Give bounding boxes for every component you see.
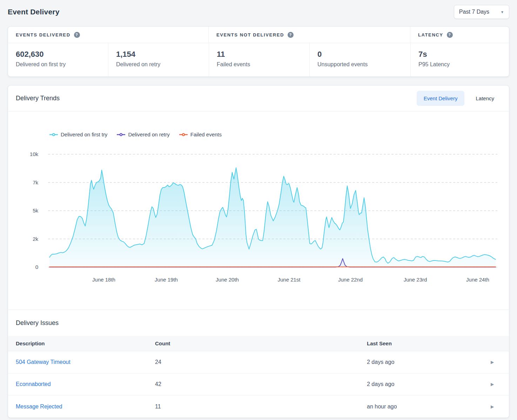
stat-caption: Unsupported events — [317, 61, 410, 68]
stat-failed-events: 11 Failed events — [209, 43, 310, 76]
legend-label: Failed events — [190, 131, 222, 137]
issues-title: Delivery Issues — [8, 310, 509, 336]
stat-value: 602,630 — [16, 50, 108, 59]
line-dot-marker-icon — [117, 133, 125, 137]
x-axis-label: June 23rd — [392, 277, 438, 283]
event-delivery-page: Event Delivery Past 7 Days ▼ EVENTS DELI… — [0, 0, 517, 418]
table-row[interactable]: Message Rejected 11 an hour ago ▶ — [8, 395, 509, 418]
stats-values-row: 602,630 Delivered on first try 1,154 Del… — [8, 43, 509, 76]
stat-value: 1,154 — [116, 50, 209, 59]
issue-count: 42 — [155, 381, 367, 387]
stat-delivered-first-try: 602,630 Delivered on first try — [8, 43, 108, 76]
stat-caption: Delivered on retry — [116, 61, 209, 68]
legend-item-first-try[interactable]: Delivered on first try — [49, 131, 107, 137]
stat-value: 7s — [418, 50, 509, 59]
issue-link[interactable]: 504 Gateway Timeout — [16, 359, 70, 365]
y-axis-tick: 7k — [8, 179, 38, 186]
trends-chart-svg — [8, 146, 510, 272]
help-icon[interactable]: ? — [447, 32, 453, 38]
chevron-right-icon[interactable]: ▶ — [491, 404, 509, 409]
chevron-right-icon[interactable]: ▶ — [491, 360, 509, 365]
issue-last-seen: 2 days ago — [367, 359, 491, 365]
stats-group-label: LATENCY — [418, 32, 443, 38]
trends-title: Delivery Trends — [16, 95, 60, 102]
stats-group-latency: LATENCY ? — [410, 27, 509, 43]
stats-header-row: EVENTS DELIVERED ? EVENTS NOT DELIVERED … — [8, 27, 509, 43]
line-dot-marker-icon — [49, 133, 58, 137]
tab-event-delivery[interactable]: Event Delivery — [417, 91, 465, 106]
column-count: Count — [155, 340, 367, 346]
issue-link[interactable]: Econnaborted — [16, 381, 51, 387]
column-last-seen: Last Seen — [367, 340, 491, 346]
legend-label: Delivered on retry — [128, 131, 169, 137]
x-axis-label: June 18th — [81, 277, 127, 283]
stat-value: 11 — [217, 50, 309, 59]
stats-group-label: EVENTS DELIVERED — [16, 32, 70, 38]
stat-value: 0 — [317, 50, 410, 59]
chart-legend: Delivered on first try Delivered on retr… — [49, 131, 222, 137]
stats-group-label: EVENTS NOT DELIVERED — [216, 32, 284, 38]
legend-item-failed[interactable]: Failed events — [179, 131, 222, 137]
issue-count: 11 — [155, 404, 367, 410]
x-axis-label: June 21st — [266, 277, 312, 283]
time-range-dropdown[interactable]: Past 7 Days ▼ — [454, 5, 509, 19]
issue-count: 24 — [155, 359, 367, 365]
delivery-trends-chart: Delivered on first try Delivered on retr… — [8, 111, 509, 310]
y-axis-tick: 5k — [8, 207, 38, 214]
stats-group-events-delivered: EVENTS DELIVERED ? — [8, 27, 209, 43]
stats-group-events-not-delivered: EVENTS NOT DELIVERED ? — [209, 27, 410, 43]
help-icon[interactable]: ? — [288, 32, 294, 38]
trends-tabs: Event Delivery Latency — [417, 91, 501, 106]
y-axis-tick: 0 — [8, 264, 38, 271]
legend-label: Delivered on first try — [61, 131, 107, 137]
issues-table-header: Description Count Last Seen — [8, 336, 509, 351]
help-icon[interactable]: ? — [74, 32, 80, 38]
trends-card: Delivery Trends Event Delivery Latency D… — [8, 85, 509, 418]
trends-header: Delivery Trends Event Delivery Latency — [8, 86, 509, 111]
table-row[interactable]: Econnaborted 42 2 days ago ▶ — [8, 373, 509, 395]
chevron-down-icon: ▼ — [501, 10, 504, 14]
delivery-issues-section: Delivery Issues Description Count Last S… — [8, 310, 509, 418]
x-axis-label: June 22nd — [328, 277, 373, 283]
y-axis-tick: 10k — [8, 151, 38, 158]
x-axis-label: June 19th — [143, 277, 189, 283]
stat-delivered-retry: 1,154 Delivered on retry — [108, 43, 209, 76]
issue-link[interactable]: Message Rejected — [16, 404, 62, 409]
stat-unsupported-events: 0 Unsupported events — [310, 43, 411, 76]
page-header: Event Delivery Past 7 Days ▼ — [8, 0, 509, 20]
stat-caption: Failed events — [217, 61, 309, 68]
y-axis-tick: 2k — [8, 236, 38, 243]
time-range-value: Past 7 Days — [459, 9, 489, 15]
issue-last-seen: an hour ago — [367, 404, 491, 410]
tab-latency[interactable]: Latency — [469, 91, 501, 106]
stat-caption: Delivered on first try — [16, 61, 108, 68]
stat-caption: P95 Latency — [418, 61, 509, 68]
x-axis-label: June 24th — [455, 277, 501, 283]
chevron-right-icon[interactable]: ▶ — [491, 382, 509, 387]
stat-p95-latency: 7s P95 Latency — [411, 43, 509, 76]
legend-item-retry[interactable]: Delivered on retry — [117, 131, 169, 137]
line-dot-marker-icon — [179, 133, 188, 137]
column-description: Description — [8, 340, 155, 346]
table-row[interactable]: 504 Gateway Timeout 24 2 days ago ▶ — [8, 351, 509, 373]
issue-last-seen: 2 days ago — [367, 381, 491, 387]
x-axis-label: June 20th — [204, 277, 250, 283]
stats-card: EVENTS DELIVERED ? EVENTS NOT DELIVERED … — [8, 26, 509, 77]
page-title: Event Delivery — [8, 8, 60, 16]
